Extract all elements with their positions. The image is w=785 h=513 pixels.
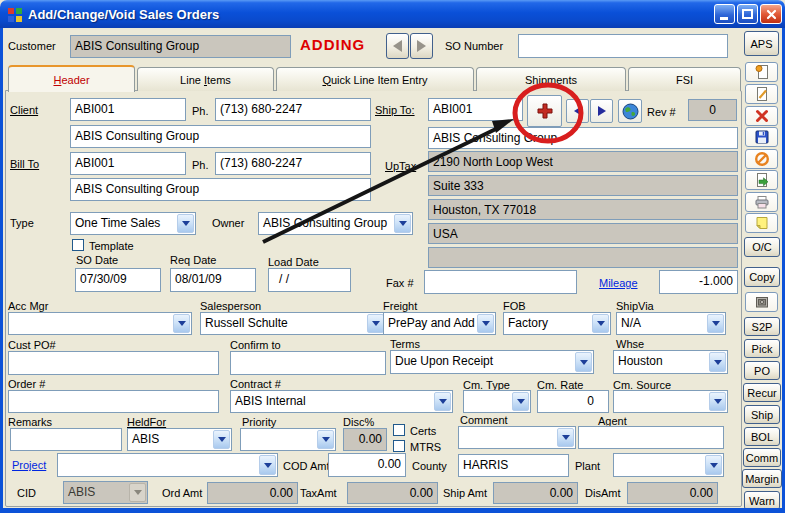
ship-to-country: USA <box>428 223 738 244</box>
agent-input[interactable] <box>578 426 724 449</box>
type-select[interactable]: One Time Sales <box>70 212 196 235</box>
freight-select[interactable]: PrePay and Add <box>383 312 496 335</box>
project-link[interactable]: Project <box>12 459 46 471</box>
add-ship-to-button[interactable] <box>527 95 562 127</box>
ship-to-previous-button[interactable] <box>566 99 589 123</box>
dis-amt-label: DisAmt <box>585 487 620 499</box>
comm-button[interactable]: Comm <box>743 448 781 467</box>
chevron-down-icon[interactable] <box>173 314 190 333</box>
chevron-down-icon[interactable] <box>213 430 230 449</box>
so-date-input[interactable]: 07/30/09 <box>75 268 161 292</box>
so-number-input[interactable] <box>518 34 728 58</box>
template-checkbox[interactable] <box>72 239 84 251</box>
chevron-down-icon[interactable] <box>557 428 574 447</box>
certs-checkbox[interactable] <box>393 424 405 436</box>
tab-quick-line-item-entry[interactable]: Quick Line Item Entry <box>276 67 474 91</box>
cancel-button[interactable] <box>745 149 778 169</box>
tab-header[interactable]: Header <box>8 65 135 92</box>
lookup-button[interactable] <box>745 62 778 82</box>
chevron-down-icon[interactable] <box>575 352 592 372</box>
edit-button[interactable] <box>745 84 778 104</box>
pick-button[interactable]: Pick <box>744 339 780 358</box>
terms-select[interactable]: Due Upon Receipt <box>390 350 594 374</box>
uptax-label[interactable]: UpTax <box>385 160 416 172</box>
map-button[interactable] <box>618 99 642 123</box>
bol-button[interactable]: BOL <box>744 427 780 446</box>
owner-select[interactable]: ABIS Consulting Group <box>258 212 413 235</box>
mileage-value[interactable]: -1.000 <box>659 270 738 294</box>
priority-select[interactable] <box>240 428 336 451</box>
order-input[interactable] <box>8 390 219 413</box>
save-button[interactable] <box>745 127 778 147</box>
tab-line-items[interactable]: Line Items <box>137 67 274 91</box>
chevron-down-icon[interactable] <box>592 314 609 333</box>
cm-type-select[interactable] <box>463 390 531 413</box>
delete-button[interactable] <box>745 106 778 126</box>
client-code-input[interactable]: ABI001 <box>70 98 186 121</box>
maximize-button[interactable] <box>737 4 758 24</box>
ship-amt-label: Ship Amt <box>443 487 487 499</box>
safe-button[interactable] <box>745 292 778 312</box>
cod-amt-input[interactable]: 0.00 <box>328 453 406 477</box>
chevron-down-icon[interactable] <box>317 430 334 449</box>
ship-to-code-input[interactable]: ABI001 <box>428 98 523 121</box>
plant-select[interactable] <box>613 453 724 477</box>
bill-to-name-input[interactable]: ABIS Consulting Group <box>70 178 371 201</box>
chevron-down-icon[interactable] <box>709 392 726 411</box>
chevron-down-icon[interactable] <box>512 392 529 411</box>
chevron-down-icon[interactable] <box>705 455 722 475</box>
ship-to-name-input[interactable]: ABIS Consulting Group <box>428 127 738 149</box>
tab-fsi[interactable]: FSI <box>628 67 741 91</box>
county-input[interactable]: HARRIS <box>458 454 569 477</box>
load-date-input[interactable]: / / <box>268 268 351 292</box>
comment-select[interactable] <box>458 426 576 449</box>
remarks-input[interactable] <box>10 428 122 451</box>
margin-button[interactable]: Margin <box>742 469 782 488</box>
chevron-down-icon[interactable] <box>394 214 411 233</box>
client-phone-input[interactable]: (713) 680-2247 <box>215 98 371 121</box>
s2p-button[interactable]: S2P <box>744 317 780 336</box>
recur-button[interactable]: Recur <box>743 383 781 402</box>
chevron-down-icon[interactable] <box>177 214 194 233</box>
previous-record-button[interactable] <box>386 33 409 59</box>
aps-button[interactable]: APS <box>744 31 779 56</box>
req-date-input[interactable]: 08/01/09 <box>170 268 256 292</box>
export-button[interactable] <box>745 170 778 190</box>
whse-select[interactable]: Houston <box>613 350 728 374</box>
bill-to-phone-input[interactable]: (713) 680-2247 <box>215 152 371 175</box>
cm-source-select[interactable] <box>613 390 728 413</box>
chevron-down-icon[interactable] <box>707 314 724 333</box>
bill-to-code-input[interactable]: ABI001 <box>70 152 186 175</box>
ship-to-next-button[interactable] <box>590 99 613 123</box>
new-note-button[interactable] <box>745 213 778 233</box>
next-record-button[interactable] <box>410 33 433 59</box>
chevron-down-icon[interactable] <box>709 352 726 372</box>
heldfor-label[interactable]: HeldFor <box>127 416 166 428</box>
print-button[interactable] <box>745 192 778 212</box>
cm-rate-input[interactable]: 0 <box>537 390 609 413</box>
cust-po-input[interactable] <box>8 351 219 375</box>
heldfor-select[interactable]: ABIS <box>127 428 232 451</box>
close-button[interactable] <box>760 4 782 24</box>
chevron-down-icon[interactable] <box>259 455 276 475</box>
chevron-down-icon[interactable] <box>367 314 384 333</box>
minimize-button[interactable] <box>714 4 735 24</box>
fob-select[interactable]: Factory <box>503 312 611 335</box>
chevron-down-icon[interactable] <box>434 392 451 411</box>
copy-button[interactable]: Copy <box>744 267 780 287</box>
fax-input[interactable] <box>424 270 577 294</box>
project-select[interactable] <box>57 453 278 477</box>
tab-shipments[interactable]: Shipments <box>476 67 626 91</box>
chevron-down-icon[interactable] <box>477 314 494 333</box>
mtrs-checkbox[interactable] <box>393 440 405 452</box>
oc-button[interactable]: O/C <box>744 237 780 257</box>
acc-mgr-select[interactable] <box>8 312 192 335</box>
client-name-input[interactable]: ABIS Consulting Group <box>70 125 371 148</box>
contract-select[interactable]: ABIS Internal <box>230 390 453 413</box>
po-button[interactable]: PO <box>744 361 780 380</box>
mileage-link[interactable]: Mileage <box>599 277 638 289</box>
confirm-to-input[interactable] <box>230 351 386 375</box>
shipvia-select[interactable]: N/A <box>616 312 726 335</box>
ship-button[interactable]: Ship <box>744 405 780 424</box>
salesperson-select[interactable]: Russell Schulte <box>200 312 386 335</box>
